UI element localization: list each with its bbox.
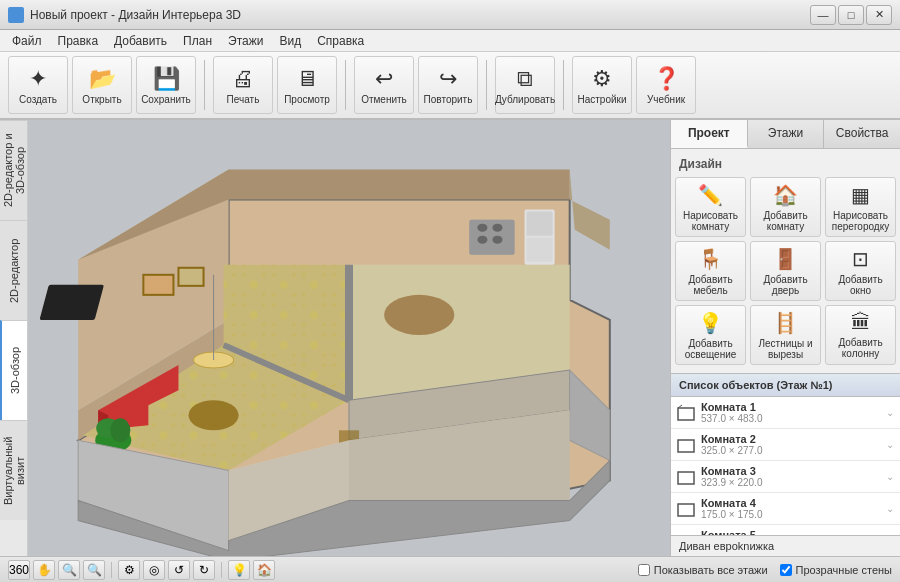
check-show-floors[interactable]: Показывать все этажи <box>638 564 768 576</box>
svg-rect-19 <box>39 285 104 320</box>
settings-icon: ⚙ <box>592 66 612 92</box>
room2-name: Комната 2 <box>701 433 886 445</box>
draw-room-icon: ✏️ <box>698 183 723 207</box>
btn-add-column[interactable]: 🏛 Добавить колонну <box>825 305 896 365</box>
toolbar-preview[interactable]: 🖥 Просмотр <box>277 56 337 114</box>
tool-light[interactable]: 💡 <box>228 560 250 580</box>
status-tools: 360 ✋ 🔍 🔍 ⚙ ◎ ↺ ↻ 💡 🏠 <box>8 560 275 580</box>
svg-point-26 <box>492 224 502 232</box>
3d-floor-plan <box>28 120 670 556</box>
menu-plan[interactable]: План <box>175 32 220 50</box>
btn-add-light[interactable]: 💡 Добавить освещение <box>675 305 746 365</box>
tool-home[interactable]: 🏠 <box>253 560 275 580</box>
tab-2d-editor[interactable]: 2D-редактор <box>0 220 27 320</box>
toolbar-undo[interactable]: ↩ Отменить <box>354 56 414 114</box>
tab-floors[interactable]: Этажи <box>748 120 825 148</box>
app-icon <box>8 7 24 23</box>
tool-zoom-in[interactable]: 🔍 <box>58 560 80 580</box>
toolbar-sep-3 <box>486 60 487 110</box>
room2-size: 325.0 × 277.0 <box>701 445 886 456</box>
tool-target[interactable]: ◎ <box>143 560 165 580</box>
window-icon: ⊡ <box>852 247 869 271</box>
room2-arrow: ⌄ <box>886 439 894 450</box>
menu-help[interactable]: Справка <box>309 32 372 50</box>
svg-rect-51 <box>678 472 694 484</box>
svg-point-16 <box>189 400 239 430</box>
svg-point-25 <box>477 224 487 232</box>
room4-arrow: ⌄ <box>886 503 894 514</box>
title-bar: Новый проект - Дизайн Интерьера 3D — □ ✕ <box>0 0 900 30</box>
left-tabs: 2D-редактор и 3D-обзор 2D-редактор 3D-об… <box>0 120 28 556</box>
tab-3d-view[interactable]: 3D-обзор <box>0 320 27 420</box>
objects-list[interactable]: Комната 1 537.0 × 483.0 ⌄ Комната 2 325.… <box>671 397 900 535</box>
tool-settings[interactable]: ⚙ <box>118 560 140 580</box>
object-item-room5[interactable]: Комната 5 165.0 × 172.1 ⌄ <box>671 525 900 535</box>
toolbar-print[interactable]: 🖨 Печать <box>213 56 273 114</box>
show-floors-checkbox[interactable] <box>638 564 650 576</box>
toolbar-create[interactable]: ✦ Создать <box>8 56 68 114</box>
tool-rotate-right[interactable]: ↻ <box>193 560 215 580</box>
right-panel: Проект Этажи Свойства Дизайн ✏️ Нарисова… <box>670 120 900 556</box>
view-area[interactable] <box>28 120 670 556</box>
btn-add-furniture[interactable]: 🪑 Добавить мебель <box>675 241 746 301</box>
svg-rect-36 <box>178 268 203 286</box>
svg-rect-50 <box>678 440 694 452</box>
toolbar-help[interactable]: ❓ Учебник <box>636 56 696 114</box>
room3-size: 323.9 × 220.0 <box>701 477 886 488</box>
add-room-icon: 🏠 <box>773 183 798 207</box>
object-item-room1[interactable]: Комната 1 537.0 × 483.0 ⌄ <box>671 397 900 429</box>
status-checkboxes: Показывать все этажи Прозрачные стены <box>638 564 892 576</box>
main-area: 2D-редактор и 3D-обзор 2D-редактор 3D-об… <box>0 120 900 556</box>
btn-draw-room[interactable]: ✏️ Нарисовать комнату <box>675 177 746 237</box>
toolbar-sep-1 <box>204 60 205 110</box>
tab-project[interactable]: Проект <box>671 120 748 148</box>
objects-title: Список объектов (Этаж №1) <box>671 373 900 397</box>
tool-zoom-out[interactable]: 🔍 <box>83 560 105 580</box>
duplicate-icon: ⧉ <box>517 66 533 92</box>
btn-add-door[interactable]: 🚪 Добавить дверь <box>750 241 821 301</box>
toolbar-save[interactable]: 💾 Сохранить <box>136 56 196 114</box>
btn-add-room[interactable]: 🏠 Добавить комнату <box>750 177 821 237</box>
svg-point-22 <box>110 418 130 442</box>
btn-add-window[interactable]: ⊡ Добавить окно <box>825 241 896 301</box>
design-section: Дизайн ✏️ Нарисовать комнату 🏠 Добавить … <box>671 149 900 373</box>
transparent-walls-checkbox[interactable] <box>780 564 792 576</box>
tab-properties[interactable]: Свойства <box>824 120 900 148</box>
svg-rect-31 <box>527 238 553 262</box>
window-controls: — □ ✕ <box>810 5 892 25</box>
status-sep-2 <box>221 562 222 578</box>
maximize-button[interactable]: □ <box>838 5 864 25</box>
menu-edit[interactable]: Правка <box>50 32 107 50</box>
room-icon-3 <box>677 468 695 486</box>
tool-rotate-left[interactable]: ↺ <box>168 560 190 580</box>
toolbar-redo[interactable]: ↪ Повторить <box>418 56 478 114</box>
menu-view[interactable]: Вид <box>271 32 309 50</box>
tool-360[interactable]: 360 <box>8 560 30 580</box>
close-button[interactable]: ✕ <box>866 5 892 25</box>
tool-grab[interactable]: ✋ <box>33 560 55 580</box>
toolbar-open[interactable]: 📂 Открыть <box>72 56 132 114</box>
object-item-room3[interactable]: Комната 3 323.9 × 220.0 ⌄ <box>671 461 900 493</box>
svg-rect-30 <box>527 212 553 236</box>
btn-draw-partition[interactable]: ▦ Нарисовать перегородку <box>825 177 896 237</box>
light-icon: 💡 <box>698 311 723 335</box>
save-icon: 💾 <box>153 66 180 92</box>
object-item-room2[interactable]: Комната 2 325.0 × 277.0 ⌄ <box>671 429 900 461</box>
toolbar-sep-2 <box>345 60 346 110</box>
menu-add[interactable]: Добавить <box>106 32 175 50</box>
room1-name: Комната 1 <box>701 401 886 413</box>
check-transparent-walls[interactable]: Прозрачные стены <box>780 564 892 576</box>
toolbar-settings[interactable]: ⚙ Настройки <box>572 56 632 114</box>
door-icon: 🚪 <box>773 247 798 271</box>
tab-2d3d-editor[interactable]: 2D-редактор и 3D-обзор <box>0 120 27 220</box>
toolbar-duplicate[interactable]: ⧉ Дублировать <box>495 56 555 114</box>
tab-virtual-visit[interactable]: Виртуальный визит <box>0 420 27 520</box>
object-item-room4[interactable]: Комната 4 175.0 × 175.0 ⌄ <box>671 493 900 525</box>
menu-floors[interactable]: Этажи <box>220 32 271 50</box>
btn-stairs[interactable]: 🪜 Лестницы и вырезы <box>750 305 821 365</box>
minimize-button[interactable]: — <box>810 5 836 25</box>
column-icon: 🏛 <box>851 311 871 334</box>
status-sep-1 <box>111 562 112 578</box>
toolbar: ✦ Создать 📂 Открыть 💾 Сохранить 🖨 Печать… <box>0 52 900 120</box>
menu-file[interactable]: Файл <box>4 32 50 50</box>
